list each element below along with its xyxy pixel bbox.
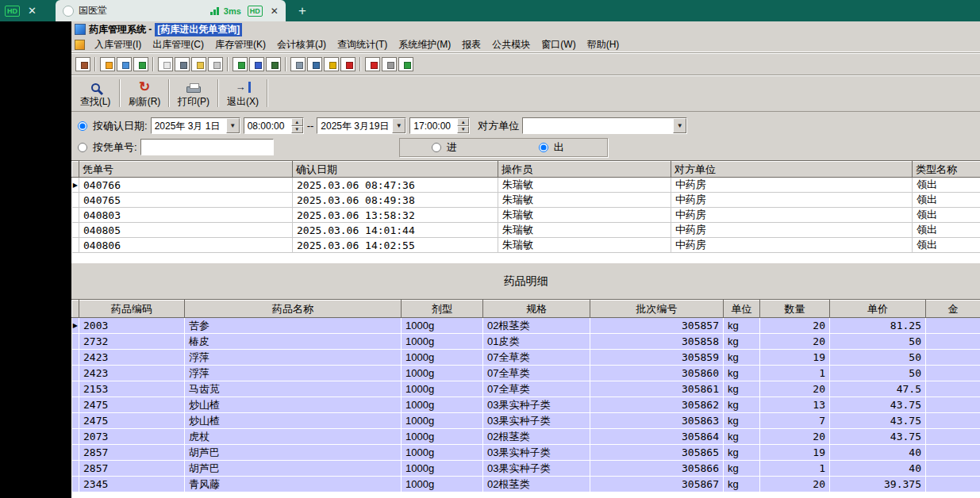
spin-up-icon[interactable]: ▲ (457, 118, 469, 126)
table-row[interactable]: 2857胡芦巴1000g03果实种子类305866kg140 (72, 461, 980, 477)
new-tab-button[interactable]: + (298, 5, 306, 17)
column-header[interactable]: 类型名称 (913, 162, 980, 178)
table-row[interactable]: 2857胡芦巴1000g03果实种子类305865kg1940 (72, 445, 980, 461)
table-cell: 040806 (79, 238, 293, 253)
menu-item[interactable]: 帮助(H) (582, 36, 625, 53)
column-header[interactable]: 操作员 (498, 162, 671, 178)
table-cell: kg (724, 477, 760, 492)
approve-document-icon[interactable] (133, 57, 148, 71)
column-header[interactable]: 规格 (483, 301, 590, 318)
row-selector (72, 429, 79, 445)
column-header[interactable]: 对方单位 (671, 162, 913, 178)
print-button[interactable]: 打印(P) (171, 75, 216, 111)
table-row[interactable]: 0408052025.03.06 14:01:44朱瑞敏中药房领出 (72, 223, 980, 238)
table-cell: 02根茎类 (483, 318, 590, 334)
table-cell: 20 (760, 318, 830, 334)
column-header[interactable]: 药品编码 (79, 301, 185, 318)
column-header[interactable]: 确认日期 (293, 162, 498, 178)
table-row[interactable]: 2423浮萍1000g07全草类305859kg1950 (72, 350, 980, 366)
menu-item[interactable]: 出库管理(C) (147, 36, 209, 53)
eraser-icon[interactable] (382, 57, 397, 71)
date-to-combobox[interactable]: 2025年 3月19日 ▼ (317, 117, 406, 134)
spin-down-icon[interactable]: ▼ (457, 126, 469, 134)
table-cell: 040803 (79, 208, 293, 223)
table-row[interactable]: 2423浮萍1000g07全草类305860kg150 (72, 366, 980, 381)
blank-document-icon[interactable] (158, 57, 173, 71)
column-header[interactable]: 药品名称 (185, 301, 402, 318)
menu-item[interactable]: 入库管理(I) (89, 36, 147, 53)
column-header[interactable]: 金 (926, 301, 980, 318)
menu-item[interactable]: 查询统计(T) (332, 36, 393, 53)
browser-tab[interactable]: 国医堂 3ms HD ✕ (56, 0, 286, 21)
column-header[interactable]: 剂型 (402, 301, 483, 318)
refresh-button[interactable]: ↻ 刷新(R) (122, 75, 167, 111)
table-row[interactable]: 0408062025.03.06 14:02:55朱瑞敏中药房领出 (72, 238, 980, 253)
spin-up-icon[interactable]: ▲ (291, 118, 303, 126)
spin-down-icon[interactable]: ▼ (291, 126, 303, 134)
table-cell: 13 (760, 397, 830, 413)
grid-icon[interactable] (249, 57, 264, 71)
forbidden-icon[interactable] (365, 57, 380, 71)
menu-item[interactable]: 窗口(W) (536, 36, 581, 53)
menu-item[interactable]: 库存管理(K) (209, 36, 271, 53)
by-date-radio[interactable] (78, 121, 87, 131)
table-row[interactable]: 0407652025.03.06 08:49:38朱瑞敏中药房领出 (72, 193, 980, 208)
table-row[interactable]: 2345青风藤1000g02根茎类305867kg2039.375 (72, 477, 980, 492)
party-combobox[interactable]: ▼ (522, 117, 687, 134)
table-row[interactable]: 2475炒山楂1000g03果实种子类305862kg1343.75 (72, 397, 980, 413)
money-icon[interactable] (324, 57, 339, 71)
date-from-combobox[interactable]: 2025年 3月 1日 ▼ (151, 117, 240, 134)
table-row[interactable]: 2475炒山楂1000g03果实种子类305863kg743.75 (72, 413, 980, 429)
open-document-icon[interactable] (117, 57, 132, 71)
export-table-icon[interactable] (233, 57, 248, 71)
film-icon[interactable] (266, 57, 281, 71)
table-row[interactable]: 2073虎杖1000g02根茎类305864kg2043.75 (72, 429, 980, 445)
exit-button[interactable]: → 退出(X) (221, 75, 265, 111)
save-icon[interactable] (175, 57, 190, 71)
by-voucher-radio[interactable] (78, 143, 87, 152)
menu-item[interactable]: 公共模块 (486, 36, 536, 53)
signal-bars-icon (210, 7, 219, 15)
direction-in-radio[interactable] (432, 143, 441, 152)
report-icon[interactable] (208, 57, 223, 71)
thermometer-icon[interactable] (340, 57, 355, 71)
column-header[interactable]: 凭单号 (79, 162, 293, 178)
menu-item[interactable]: 会计核算(J) (271, 36, 332, 53)
table-cell: 305864 (590, 429, 724, 445)
column-header[interactable]: 单位 (724, 301, 760, 318)
tab-close-icon[interactable]: ✕ (271, 6, 279, 17)
close-icon[interactable]: ✕ (28, 5, 37, 17)
search-icon[interactable] (307, 57, 322, 71)
table-cell: 305857 (590, 318, 724, 334)
edit-document-icon[interactable] (100, 57, 115, 71)
chevron-down-icon[interactable]: ▼ (226, 118, 240, 133)
calculator-icon[interactable] (290, 57, 306, 71)
table-row[interactable]: 2153马齿苋1000g07全草类305861kg2047.5 (72, 381, 980, 397)
table-cell: 2025.03.06 14:01:44 (293, 223, 498, 238)
chevron-down-icon[interactable]: ▼ (673, 118, 686, 133)
table-cell: 20 (760, 381, 830, 397)
mail-icon[interactable] (191, 57, 206, 71)
table-row[interactable]: ▶0407662025.03.06 08:47:36朱瑞敏中药房领出 (72, 178, 980, 193)
menu-item[interactable]: 报表 (456, 36, 486, 53)
table-row[interactable]: 0408032025.03.06 13:58:32朱瑞敏中药房领出 (72, 208, 980, 223)
column-header[interactable]: 批次编号 (590, 301, 724, 318)
table-cell: 07全草类 (483, 350, 590, 366)
column-header[interactable]: 数量 (760, 301, 830, 318)
chevron-down-icon[interactable]: ▼ (392, 118, 405, 133)
exit-door-icon[interactable] (75, 57, 90, 71)
table-row[interactable]: ▶2003苦参1000g02根茎类305857kg2081.25 (72, 318, 980, 334)
close-green-icon[interactable] (398, 57, 413, 71)
direction-out-radio[interactable] (539, 143, 548, 152)
find-button[interactable]: 查找(L) (73, 75, 117, 111)
table-row[interactable]: 2732椿皮1000g01皮类305858kg2050 (72, 334, 980, 350)
direction-in-label: 进 (447, 140, 457, 155)
table-cell: 1000g (402, 381, 483, 397)
row-selector (72, 238, 79, 253)
menu-item[interactable]: 系统维护(M) (393, 36, 456, 53)
time-from-spinner[interactable]: 08:00:00 ▲ ▼ (244, 117, 304, 134)
voucher-no-input[interactable] (140, 139, 274, 155)
table-cell: 2025.03.06 08:47:36 (293, 178, 498, 193)
time-to-spinner[interactable]: 17:00:00 ▲ ▼ (409, 117, 470, 134)
column-header[interactable]: 单价 (830, 301, 926, 318)
